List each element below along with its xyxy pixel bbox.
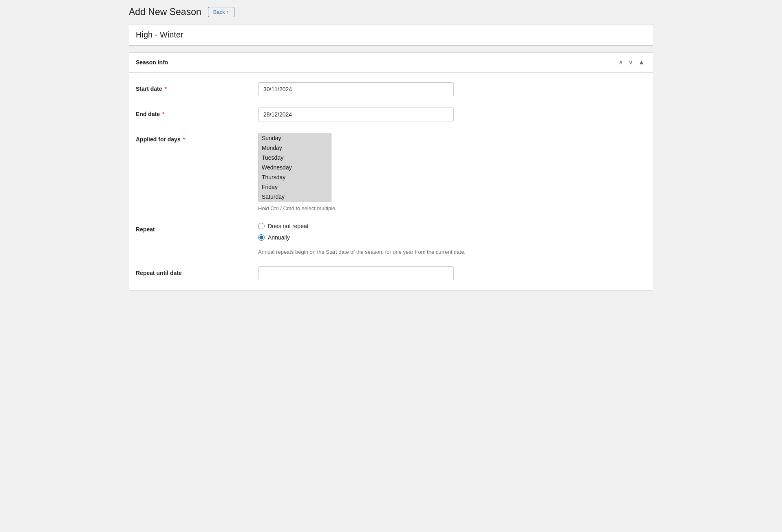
applied-for-days-row: Applied for days * Sunday Monday Tuesday… bbox=[136, 133, 646, 211]
form-body: Start date * End date * Applied for days… bbox=[129, 73, 653, 290]
section-header: Season Info ∧ ∨ ▲ bbox=[129, 53, 653, 73]
repeat-control: Does not repeat Annually Annual repeats … bbox=[258, 223, 646, 255]
repeat-until-date-row: Repeat until date bbox=[136, 266, 646, 280]
day-option-wednesday[interactable]: Wednesday bbox=[258, 163, 331, 172]
start-date-label: Start date * bbox=[136, 82, 258, 92]
repeat-radio-group: Does not repeat Annually Annual repeats … bbox=[258, 223, 646, 255]
day-option-thursday[interactable]: Thursday bbox=[258, 172, 331, 182]
collapse-down-button[interactable]: ∨ bbox=[627, 58, 635, 66]
page-title: Add New Season bbox=[129, 7, 201, 18]
section-controls: ∧ ∨ ▲ bbox=[617, 58, 646, 66]
season-info-section: Season Info ∧ ∨ ▲ Start date * En bbox=[129, 52, 653, 290]
collapse-up-button[interactable]: ∧ bbox=[617, 58, 625, 66]
start-date-input[interactable] bbox=[258, 82, 454, 96]
back-button[interactable]: Back ↑ bbox=[208, 7, 234, 17]
required-marker: * bbox=[161, 111, 164, 117]
start-date-control bbox=[258, 82, 646, 96]
applied-for-days-control: Sunday Monday Tuesday Wednesday Thursday… bbox=[258, 133, 646, 211]
repeat-until-date-label: Repeat until date bbox=[136, 266, 258, 276]
repeat-until-date-control bbox=[258, 266, 646, 280]
end-date-row: End date * bbox=[136, 108, 646, 121]
repeat-label: Repeat bbox=[136, 223, 258, 233]
days-select[interactable]: Sunday Monday Tuesday Wednesday Thursday… bbox=[258, 133, 331, 202]
repeat-annually-option[interactable]: Annually bbox=[258, 234, 646, 241]
repeat-annually-label: Annually bbox=[268, 234, 290, 241]
page-header: Add New Season Back ↑ bbox=[129, 7, 653, 18]
applied-for-days-label: Applied for days * bbox=[136, 133, 258, 143]
annually-description: Annual repeats begin on the Start date o… bbox=[258, 249, 646, 255]
repeat-does-not-repeat-radio[interactable] bbox=[258, 223, 265, 229]
day-option-monday[interactable]: Monday bbox=[258, 143, 331, 153]
day-option-sunday[interactable]: Sunday bbox=[258, 133, 331, 143]
repeat-until-date-input[interactable] bbox=[258, 266, 454, 280]
end-date-input[interactable] bbox=[258, 108, 454, 121]
move-up-button[interactable]: ▲ bbox=[636, 58, 646, 66]
days-help-text: Hold Ctrl / Cmd to select multiple. bbox=[258, 205, 646, 211]
section-title: Season Info bbox=[136, 59, 168, 66]
season-name-input[interactable] bbox=[129, 24, 653, 45]
repeat-row: Repeat Does not repeat Annually Annual r… bbox=[136, 223, 646, 255]
required-marker: * bbox=[181, 136, 185, 143]
day-option-tuesday[interactable]: Tuesday bbox=[258, 153, 331, 163]
repeat-does-not-repeat-label: Does not repeat bbox=[268, 223, 309, 229]
end-date-control bbox=[258, 108, 646, 121]
repeat-annually-radio[interactable] bbox=[258, 234, 265, 241]
start-date-row: Start date * bbox=[136, 82, 646, 96]
required-marker: * bbox=[163, 86, 167, 92]
day-option-friday[interactable]: Friday bbox=[258, 182, 331, 192]
end-date-label: End date * bbox=[136, 108, 258, 117]
repeat-does-not-repeat-option[interactable]: Does not repeat bbox=[258, 223, 646, 229]
day-option-saturday[interactable]: Saturday bbox=[258, 192, 331, 202]
season-name-container bbox=[129, 24, 653, 46]
